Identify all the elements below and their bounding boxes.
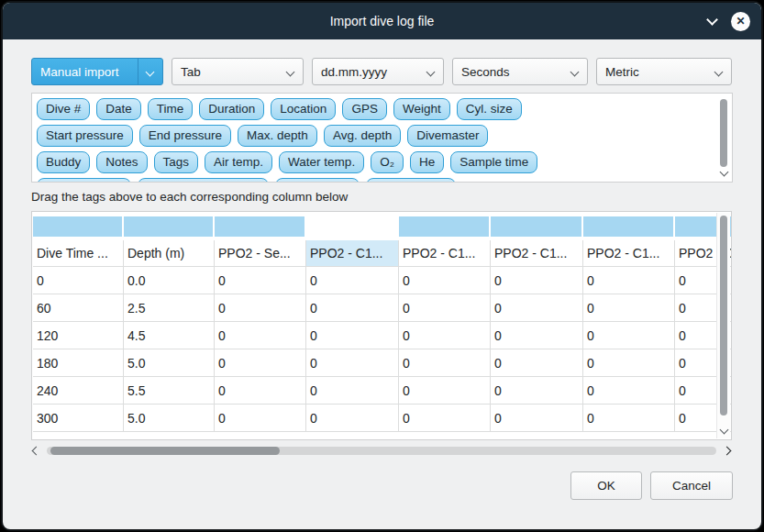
chevron-down-icon[interactable] (706, 14, 718, 26)
tag-row: Start pressureEnd pressureMax. depthAvg.… (37, 125, 712, 147)
scroll-left-icon[interactable] (32, 447, 41, 456)
table-cell: 0 (399, 294, 491, 322)
column-drop-target[interactable] (215, 216, 306, 240)
scroll-right-icon[interactable] (723, 447, 732, 456)
tag-sample-depth[interactable]: Sample depth (37, 178, 131, 183)
tag-o[interactable]: O₂ (371, 151, 404, 173)
column-drop-target[interactable] (124, 216, 215, 240)
titlebar[interactable]: Import dive log file ✕ (3, 3, 761, 39)
close-button[interactable]: ✕ (731, 12, 750, 31)
tag-location[interactable]: Location (271, 98, 336, 120)
table-cell: 5.5 (124, 377, 215, 405)
tag-duration[interactable]: Duration (199, 98, 264, 120)
tag-sample-cns[interactable]: Sample CNS (366, 178, 456, 183)
column-header: PPO2 - Se... (215, 240, 306, 267)
close-icon: ✕ (736, 15, 745, 28)
tag-divemaster[interactable]: Divemaster (407, 125, 488, 147)
cancel-button[interactable]: Cancel (650, 471, 733, 500)
combo-value: dd.mm.yyyy (321, 65, 387, 79)
table-cell: 0 (306, 377, 399, 405)
chevron-down-icon (707, 59, 722, 84)
table-cell: 0 (491, 322, 583, 349)
field-separator-combo[interactable]: Tab (172, 58, 304, 85)
time-format-combo[interactable]: Seconds (452, 58, 588, 85)
tag-tags[interactable]: Tags (154, 151, 199, 173)
tag-sample-po[interactable]: Sample pO₂ (275, 178, 360, 183)
table-row: 3005.0000000 (33, 405, 732, 432)
tag-date[interactable]: Date (96, 98, 141, 120)
table-cell: 0 (583, 267, 675, 294)
tag-water-temp[interactable]: Water temp. (279, 151, 364, 173)
scroll-down-icon[interactable] (720, 426, 729, 435)
column-drop-target[interactable] (491, 216, 583, 240)
column-header: PPO2 - C1... (399, 240, 491, 267)
combo-value: Seconds (461, 65, 510, 79)
table-row: 1204.5000000 (33, 322, 732, 349)
table-cell: 0 (583, 322, 675, 349)
combo-value: Metric (605, 65, 639, 79)
table-cell: 120 (33, 322, 124, 349)
tag-avg-depth[interactable]: Avg. depth (324, 125, 401, 147)
table-cell: 0 (306, 322, 399, 349)
units-combo[interactable]: Metric (596, 58, 732, 85)
chevron-down-icon (279, 59, 293, 84)
tag-start-pressure[interactable]: Start pressure (37, 125, 133, 147)
tag-time[interactable]: Time (148, 98, 194, 120)
tag-row: BuddyNotesTagsAir temp.Water temp.O₂HeSa… (37, 151, 712, 173)
tag-weight[interactable]: Weight (393, 98, 450, 120)
ok-button[interactable]: OK (570, 471, 642, 500)
table-cell: 4.5 (124, 322, 215, 349)
titlebar-controls: ✕ (708, 3, 750, 39)
chevron-down-icon (563, 59, 578, 84)
tag-notes[interactable]: Notes (96, 151, 147, 173)
tag-pool-scrollbar[interactable] (718, 95, 729, 180)
scrollbar-thumb[interactable] (720, 99, 727, 167)
table-cell: 5.0 (124, 405, 215, 432)
column-drop-target[interactable] (306, 216, 399, 240)
dialog-content: Manual importTabdd.mm.yyyySecondsMetric … (3, 58, 761, 500)
table-cell: 0 (399, 322, 491, 349)
table-row: 2405.5000000 (33, 377, 732, 405)
table-row: 00.0000000 (33, 267, 732, 294)
chevron-down-icon (419, 59, 434, 84)
scroll-down-icon[interactable] (720, 168, 729, 177)
tag-end-pressure[interactable]: End pressure (139, 125, 231, 147)
tag-he[interactable]: He (410, 151, 444, 173)
table-cell: 0 (215, 377, 306, 405)
column-drop-target[interactable] (583, 216, 675, 240)
date-format-combo[interactable]: dd.mm.yyyy (312, 58, 444, 85)
tag-buddy[interactable]: Buddy (37, 151, 90, 173)
tag-gps[interactable]: GPS (342, 98, 387, 120)
table-cell: 60 (33, 294, 124, 322)
scrollbar-thumb[interactable] (50, 447, 280, 455)
tag-row: Sample depthSample temperatureSample pO₂… (37, 178, 712, 183)
table-cell: 300 (33, 405, 124, 432)
column-header: PPO2 - C1... (583, 240, 675, 267)
table-horizontal-scrollbar[interactable] (31, 444, 732, 458)
table-cell: 0 (215, 322, 306, 349)
import-mode-combo[interactable]: Manual import (31, 58, 163, 85)
column-drop-target[interactable] (399, 216, 491, 240)
table-vertical-scrollbar[interactable] (716, 213, 730, 438)
scrollbar-thumb[interactable] (720, 216, 727, 416)
table-cell: 0 (215, 349, 306, 377)
table-cell: 180 (33, 349, 124, 377)
table-cell: 0 (491, 267, 583, 294)
tag-air-temp[interactable]: Air temp. (205, 151, 272, 173)
table-cell: 2.5 (124, 294, 215, 322)
table-cell: 0 (399, 349, 491, 377)
tag-dive-number[interactable]: Dive # (37, 98, 90, 120)
table-cell: 0 (215, 294, 306, 322)
tag-sample-temperature[interactable]: Sample temperature (138, 178, 268, 183)
dialog-title: Import dive log file (330, 14, 435, 28)
preview-table: Dive Time ...Depth (m)PPO2 - Se...PPO2 -… (33, 216, 732, 432)
preview-table-container: Dive Time ...Depth (m)PPO2 - Se...PPO2 -… (31, 211, 732, 440)
tag-sample-time[interactable]: Sample time (450, 151, 537, 173)
column-drop-target[interactable] (33, 216, 124, 240)
tag-cyl-size[interactable]: Cyl. size (457, 98, 522, 120)
import-dive-log-dialog: Import dive log file ✕ Manual importTabd… (3, 3, 761, 529)
table-row: 1805.0000000 (33, 349, 732, 377)
table-cell: 0 (306, 405, 399, 432)
table-cell: 240 (33, 377, 124, 405)
tag-max-depth[interactable]: Max. depth (238, 125, 317, 147)
